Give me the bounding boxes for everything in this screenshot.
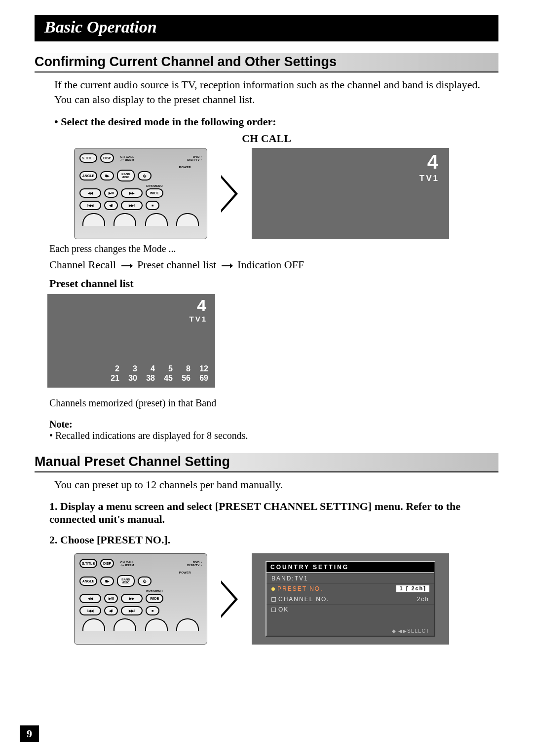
disptv-label: DISP/TV ▪	[187, 564, 202, 567]
menu-row-band: BAND:TV1	[266, 573, 434, 583]
display-band: TV1	[189, 315, 207, 323]
power-button: ⏻	[138, 576, 152, 586]
angle-button: ANGLE	[79, 576, 97, 586]
bssm-label: /•• BSSM	[117, 158, 138, 161]
wide-button: WIDE	[146, 188, 163, 198]
bullet-select-mode: • Select the desired mode in the followi…	[54, 115, 498, 128]
disp-button: DISP	[100, 153, 114, 163]
stop-button: ■	[146, 201, 159, 210]
prev-button: I◀◀	[79, 201, 101, 210]
svg-marker-1	[130, 263, 133, 268]
rew-button: ◀◀	[79, 188, 101, 198]
manual-intro: You can preset up to 12 channels per ban…	[54, 477, 498, 492]
mode-sequence: Channel Recall Preset channel list Indic…	[49, 258, 498, 271]
arrow-right-icon	[221, 175, 238, 213]
entmenu-label: ENT/MENU	[107, 184, 202, 187]
prev-button: I◀◀	[79, 606, 101, 615]
stitle-button: S.TITLE	[79, 153, 97, 163]
arc-button	[176, 618, 199, 631]
ch-call-label: CH CALL	[35, 132, 498, 145]
section-heading-manual: Manual Preset Channel Setting	[35, 453, 498, 472]
rew-button: ◀◀	[79, 594, 101, 603]
arc-button	[82, 618, 105, 631]
step-left-button: ◀II	[104, 606, 118, 615]
step-left-button: ◀II	[104, 201, 118, 210]
entmenu-label: ENT/MENU	[107, 590, 202, 593]
power-label: POWER	[79, 571, 191, 574]
stitle-button: S.TITLE	[79, 559, 97, 568]
remote-illustration: S.TITLE DISP CH CALL /•• BSSM DVD ▪ DISP…	[74, 553, 207, 645]
angle-button: ANGLE	[79, 171, 97, 180]
playpause-button: ▶/II	[104, 594, 118, 603]
pause-play-button: II▶	[100, 171, 114, 180]
band-esc-button: BAND/ESC	[117, 575, 135, 587]
preset-caption: Channels memorized (preset) in that Band	[49, 397, 498, 409]
step-2: 2. Choose [PRESET NO.].	[49, 534, 498, 546]
next-button: ▶▶I	[121, 201, 143, 210]
menu-title: COUNTRY SETTING	[266, 562, 434, 573]
arc-button	[145, 213, 168, 226]
arc-button	[114, 213, 136, 226]
next-button: ▶▶I	[121, 606, 143, 615]
menu-row-ok: OK	[266, 604, 434, 614]
power-label: POWER	[79, 166, 191, 169]
arrow-right-icon	[221, 580, 238, 618]
preset-values: 2345812 213038455669	[102, 364, 208, 383]
arc-button	[114, 618, 136, 631]
menu-display: COUNTRY SETTING BAND:TV1 PRESET NO. 1 [ …	[252, 553, 449, 645]
menu-row-channel: CHANNEL NO. 2ch	[266, 594, 434, 604]
remote-illustration: S.TITLE DISP CH CALL /•• BSSM DVD ▪ DISP…	[74, 148, 207, 239]
ff-button: ▶▶	[121, 594, 143, 603]
wide-button: WIDE	[146, 594, 163, 603]
ff-button: ▶▶	[121, 188, 143, 198]
note-item: • Recalled indications are displayed for…	[49, 430, 498, 441]
arc-button	[145, 618, 168, 631]
playpause-button: ▶/II	[104, 188, 118, 198]
arrow-right-icon	[121, 263, 133, 269]
arc-button	[176, 213, 199, 226]
display-channel-number: 4	[197, 296, 206, 315]
stop-button: ■	[146, 606, 159, 615]
display-band: TV1	[419, 174, 439, 183]
svg-marker-3	[230, 263, 233, 268]
note-label: Note:	[49, 419, 498, 430]
display-channel-number: 4	[427, 151, 438, 173]
step-1: 1. Display a menu screen and select [PRE…	[49, 500, 498, 526]
arc-button	[82, 213, 105, 226]
tv-display-preset-list: 4 TV1 2345812 213038455669	[47, 294, 215, 388]
intro-text: If the current audio source is TV, recep…	[54, 77, 498, 107]
power-button: ⏻	[138, 171, 152, 180]
bssm-label: /•• BSSM	[117, 564, 138, 567]
chapter-banner: Basic Operation	[35, 15, 498, 41]
mode-caption: Each press changes the Mode ...	[49, 243, 498, 254]
disp-button: DISP	[100, 559, 114, 568]
disptv-label: DISP/TV ▪	[187, 158, 202, 161]
menu-footer-hint: ◆ ◀▶SELECT	[392, 628, 429, 634]
arrow-right-icon	[221, 263, 233, 269]
page-number: 9	[20, 725, 39, 742]
tv-display-recall: 4 TV1	[252, 148, 449, 239]
preset-list-heading: Preset channel list	[49, 277, 498, 290]
section-heading-confirm: Confirming Current Channel and Other Set…	[35, 53, 498, 72]
pause-play-button: II▶	[100, 576, 114, 586]
menu-row-preset: PRESET NO. 1 [ 2ch]	[266, 583, 434, 594]
band-esc-button: BAND/ESC	[117, 170, 135, 181]
